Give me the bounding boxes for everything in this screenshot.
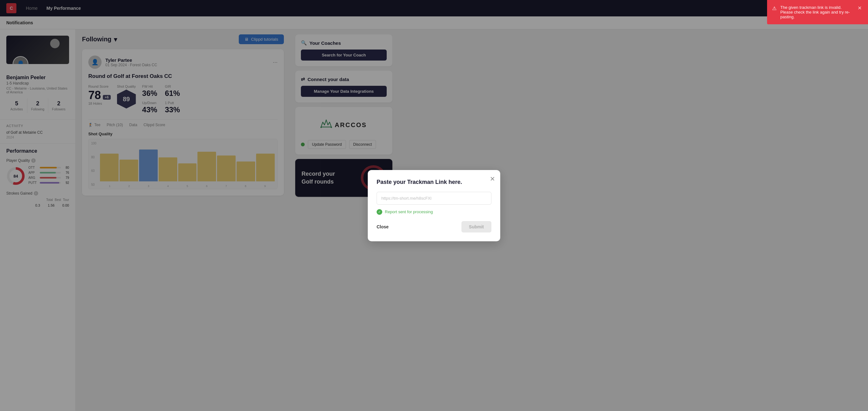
- trackman-modal: Paste your Trackman Link here. ✕ ✓ Repor…: [368, 170, 500, 241]
- error-toast: ⚠ The given trackman link is invalid. Pl…: [767, 0, 868, 24]
- modal-submit-button[interactable]: Submit: [461, 221, 491, 232]
- toast-message: The given trackman link is invalid. Plea…: [780, 5, 850, 19]
- success-text: Report sent for processing: [385, 210, 433, 214]
- modal-footer: Close Submit: [377, 221, 491, 232]
- modal-overlay[interactable]: Paste your Trackman Link here. ✕ ✓ Repor…: [0, 0, 868, 411]
- modal-close-button[interactable]: Close: [377, 224, 389, 229]
- toast-close-button[interactable]: ✕: [858, 5, 862, 11]
- modal-title: Paste your Trackman Link here.: [377, 179, 491, 186]
- modal-success-message: ✓ Report sent for processing: [377, 209, 491, 215]
- modal-close-x-button[interactable]: ✕: [490, 175, 495, 183]
- warning-icon: ⚠: [772, 5, 777, 11]
- success-check-icon: ✓: [377, 209, 382, 215]
- trackman-link-input[interactable]: [377, 192, 491, 205]
